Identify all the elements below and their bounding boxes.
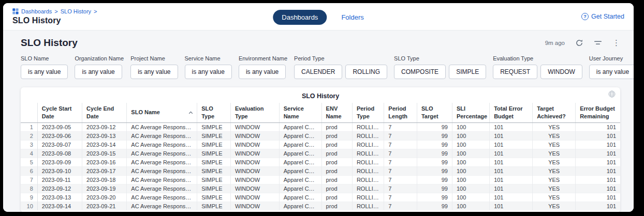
cell-cycle-end-date: 2023-09-19 — [82, 184, 127, 193]
filter-chip-is-any-value[interactable]: is any value — [75, 65, 122, 79]
filter-chip-rolling[interactable]: ROLLING — [345, 65, 387, 79]
col-header-evaluation-type[interactable]: Evaluation Type — [230, 103, 279, 122]
kebab-menu-icon[interactable]: ⋮ — [612, 40, 620, 46]
cell-service-name: Apparel Catal… — [279, 193, 321, 202]
filter-chip-is-any-value[interactable]: is any value — [589, 65, 634, 79]
cell-sli-percentage: 100 — [452, 122, 489, 131]
top-bar: Dashboards > SLO History > SLO History D… — [3, 3, 634, 30]
cell-service-name: Apparel Catal… — [279, 158, 321, 166]
col-header-slo-name[interactable]: SLO Name — [127, 103, 197, 122]
filter-chip-simple[interactable]: SIMPLE — [449, 65, 486, 79]
cell-slo-target: 99 — [417, 122, 452, 131]
tab-dashboards[interactable]: Dashboards — [273, 10, 327, 25]
table-row: 42023-09-082023-09-15AC Average Response… — [21, 149, 620, 158]
cell-target-achieved: YES — [533, 202, 576, 210]
filter-chip-calender[interactable]: CALENDER — [294, 65, 342, 79]
filter-options: is any value — [75, 65, 124, 79]
get-started-label: Get Started — [591, 13, 624, 20]
col-header-period-type[interactable]: Period Type — [352, 103, 384, 122]
filter-icon[interactable] — [594, 40, 602, 46]
cell-period-type: ROLLING — [352, 149, 384, 158]
filter-label: Organization Name — [75, 55, 124, 61]
cell-period-type: ROLLING — [352, 158, 384, 166]
cell-total-error-budget: 101 — [490, 175, 533, 184]
cell-target-achieved: YES — [533, 184, 576, 193]
row-number-cell: 5 — [21, 158, 37, 166]
col-header-row-number[interactable] — [21, 103, 37, 122]
breadcrumb-separator: > — [94, 8, 97, 14]
dashboard-header: SLO History 9m ago ⋮ — [21, 37, 620, 49]
col-header-sli-percentage[interactable]: SLI Percentage — [452, 103, 489, 122]
col-header-cycle-start-date[interactable]: Cycle Start Date — [37, 103, 82, 122]
col-header-label: SLO Type — [201, 105, 214, 119]
cell-cycle-end-date: 2023-09-15 — [82, 149, 127, 158]
cell-error-budget-remaining: 101 — [576, 158, 620, 166]
col-header-slo-target[interactable]: SLO Target — [417, 103, 452, 122]
cell-total-error-budget: 101 — [490, 140, 533, 149]
cell-slo-name: AC Average Response Time — [127, 175, 197, 184]
cell-period-type: ROLLING — [352, 131, 384, 140]
cell-target-achieved: YES — [533, 158, 576, 166]
cell-sli-percentage: 100 — [452, 184, 489, 193]
tab-folders[interactable]: Folders — [341, 13, 363, 21]
cell-error-budget-remaining: 101 — [576, 122, 620, 131]
filter-chip-is-any-value[interactable]: is any value — [130, 65, 178, 79]
col-header-cycle-end-date[interactable]: Cycle End Date — [82, 103, 127, 122]
cell-period-type: ROLLING — [352, 166, 384, 175]
table-header-row: Cycle Start DateCycle End DateSLO NameSL… — [21, 103, 620, 122]
col-header-error-budget-remaining[interactable]: Error Budget Remaining — [576, 103, 620, 122]
cell-period-length: 7 — [384, 131, 417, 140]
cell-env-name: prod — [321, 184, 352, 193]
filter-label: Environment Name — [239, 55, 287, 61]
refresh-icon[interactable] — [575, 39, 583, 47]
slo-history-table: Cycle Start DateCycle End DateSLO NameSL… — [21, 103, 620, 210]
last-refresh-time: 9m ago — [545, 40, 565, 46]
filter-chip-is-any-value[interactable]: is any value — [239, 65, 286, 79]
filter-chip-composite[interactable]: COMPOSITE — [394, 65, 446, 79]
filter-chip-is-any-value[interactable]: is any value — [185, 65, 232, 79]
cell-slo-type: SIMPLE — [197, 175, 231, 184]
breadcrumb-separator: > — [54, 8, 57, 14]
breadcrumb-link-dashboards[interactable]: Dashboards — [21, 8, 52, 14]
filter-period-type: Period TypeCALENDERROLLING — [294, 55, 387, 79]
app-window: Dashboards > SLO History > SLO History D… — [3, 3, 634, 212]
breadcrumb-link-slo-history[interactable]: SLO History — [61, 8, 91, 14]
filter-chip-request[interactable]: REQUEST — [493, 65, 537, 79]
cell-slo-type: SIMPLE — [197, 131, 231, 140]
get-started-link[interactable]: ? Get Started — [581, 13, 624, 20]
row-number-cell: 10 — [21, 202, 37, 210]
cell-slo-target: 99 — [417, 175, 452, 184]
col-header-env-name[interactable]: ENV Name — [321, 103, 352, 122]
card-title-row: SLO History — [21, 87, 620, 103]
cell-slo-name: AC Average Response Time — [127, 184, 197, 193]
cell-slo-name: AC Average Response Time — [127, 202, 197, 210]
table-row: 12023-09-052023-09-12AC Average Response… — [21, 122, 620, 131]
col-header-period-length[interactable]: Period Length — [384, 103, 417, 122]
breadcrumb: Dashboards > SLO History > — [12, 8, 97, 14]
globe-icon[interactable] — [608, 90, 616, 99]
cell-service-name: Apparel Catal… — [279, 122, 321, 131]
col-header-service-name[interactable]: Service Name — [279, 103, 321, 122]
cell-slo-target: 99 — [417, 184, 452, 193]
cell-service-name: Apparel Catal… — [279, 166, 321, 175]
col-header-total-error-budget[interactable]: Total Error Budget — [490, 103, 533, 122]
filter-label: Period Type — [294, 55, 387, 61]
cell-cycle-start-date: 2023-09-06 — [37, 131, 82, 140]
col-header-label: Cycle End Date — [86, 105, 114, 119]
cell-period-length: 7 — [384, 202, 417, 210]
filter-options: REQUESTWINDOW — [493, 65, 582, 79]
cell-cycle-start-date: 2023-09-12 — [37, 184, 82, 193]
cell-error-budget-remaining: 101 — [576, 140, 620, 149]
col-header-slo-type[interactable]: SLO Type — [197, 103, 231, 122]
col-header-target-achieved[interactable]: Target Achieved? — [533, 103, 576, 122]
cell-period-type: ROLLING — [352, 193, 384, 202]
cell-slo-name: AC Average Response Time — [127, 140, 197, 149]
cell-evaluation-type: WINDOW — [230, 131, 279, 140]
cell-slo-target: 99 — [417, 149, 452, 158]
filter-project-name: Project Nameis any value — [130, 55, 178, 79]
table-row: 52023-09-092023-09-16AC Average Response… — [21, 158, 620, 166]
filter-chip-is-any-value[interactable]: is any value — [21, 65, 68, 79]
filter-chip-window[interactable]: WINDOW — [540, 65, 582, 79]
filter-slo-name: SLO Nameis any value — [21, 55, 68, 79]
cell-total-error-budget: 101 — [490, 131, 533, 140]
